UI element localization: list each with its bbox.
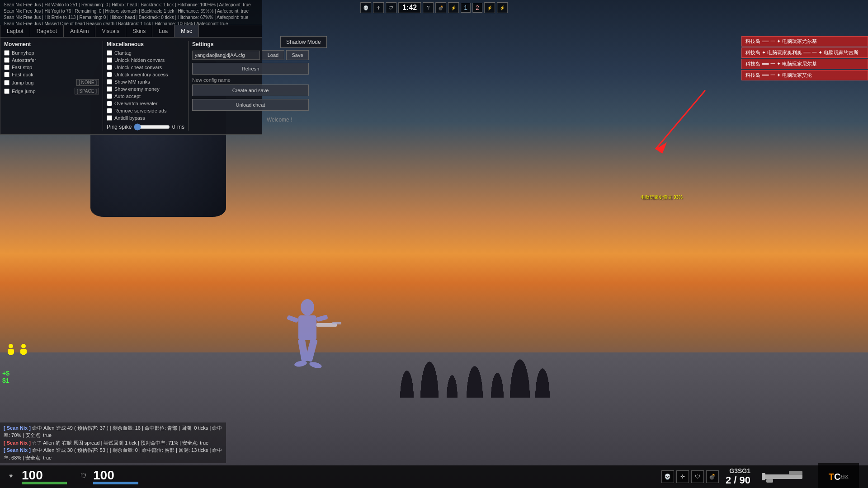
fast-stop-label: Fast stop [12,65,99,70]
health-display: 100 [22,469,67,484]
unlock-inventory-label: Unlock inventory access [114,72,184,77]
clantag-item: Clantag [107,50,184,56]
autostrafer-item: Autostrafer [4,57,99,63]
overwatch-label: Overwatch revealer [114,101,184,106]
show-enemy-money-item: Show enemy money [107,86,184,92]
refresh-button[interactable]: Refresh [192,63,309,75]
jump-bug-checkbox[interactable] [4,80,9,85]
unlock-hidden-checkbox[interactable] [107,57,112,63]
shadow-mode-button[interactable]: Shadow Mode [280,36,327,48]
enemy-esp-label: 电脑玩家史雷克 93% [641,194,683,201]
tc-brand-text: T [829,472,834,482]
armor-display: 100 [93,469,138,484]
show-mm-ranks-label: Show MM ranks [114,79,184,84]
antidll-checkbox[interactable] [107,115,112,121]
unlock-cheat-checkbox[interactable] [107,65,112,70]
armor-value: 100 [93,469,138,482]
create-save-button[interactable]: Create and save [192,84,309,96]
bunnyhop-label: Bunnyhop [12,50,99,56]
unlock-inventory-item: Unlock inventory access [107,72,184,77]
svg-rect-21 [789,471,802,475]
team-panel-3: 科技岛 ══ 一 ✦ 电脑玩家尼尔基 [741,59,868,69]
game-timer: 1:42 [398,2,421,13]
tab-lagbot[interactable]: Lagbot [0,25,30,37]
health-value: 100 [22,469,67,482]
chat-text-2: ☆了 Allen 的 右腿 原因 spread | 尝试回溯 1 tick | … [32,440,208,446]
unlock-hidden-label: Unlock hidden convars [114,57,184,63]
show-mm-ranks-item: Show MM ranks [107,79,184,84]
edge-jump-checkbox[interactable] [4,89,9,94]
auto-accept-checkbox[interactable] [107,94,112,99]
chat-line-2: [ Sean Nix ] ☆了 Allen 的 右腿 原因 spread | 尝… [4,439,222,447]
clantag-label: Clantag [114,50,184,56]
tab-antiaim[interactable]: AntiAim [64,25,95,37]
config-input[interactable] [192,51,260,60]
svg-rect-2 [287,315,299,323]
weapon-image [757,468,811,486]
new-config-label: New config name [192,77,309,83]
hud-question-icon: ? [423,2,434,13]
tab-skins[interactable]: Skins [126,25,152,37]
unlock-hidden-item: Unlock hidden convars [107,57,184,63]
chat-text-1: 命中 Allen 造成 49 ( 预估伤害: 37 ) | 剩余血量: 16 |… [4,425,222,438]
config-row: Load Save [192,50,309,60]
ping-spike-label: Ping spike [107,124,132,130]
hud-bomb-icon: 💣 [435,2,446,13]
autostrafer-label: Autostrafer [12,57,99,63]
antidll-label: Antidll bypass [114,115,184,121]
tab-ragebot[interactable]: Ragebot [30,25,64,37]
kill-feed-line-3: Sean Nix Free Jus | Hit Ernie to 113 | R… [4,14,259,21]
antidll-item: Antidll bypass [107,115,184,121]
unlock-inventory-checkbox[interactable] [107,72,112,77]
stats-bar: ♥ 100 🛡 100 💀 ✛ 🛡 💣 G3SG1 2 [0,465,868,488]
fast-stop-item: Fast stop [4,65,99,70]
save-button[interactable]: Save [286,50,309,60]
tab-lua[interactable]: Lua [152,25,175,37]
svg-point-0 [301,299,314,315]
tab-misc[interactable]: Misc [175,25,199,37]
player-indicators [7,343,28,357]
ping-spike-value: 0 [172,124,175,130]
svg-rect-20 [762,474,802,479]
right-team-panels: 科技岛 ══ 一 ✦ 电脑玩家尤尔基 科技岛 ✦ 电脑玩家奥利奥 ══ 一 ✦ … [741,36,868,80]
tab-visuals[interactable]: Visuals [95,25,126,37]
fast-duck-label: Fast duck [12,72,99,77]
ammo-total: 90 [740,474,750,486]
tab-bar: Lagbot Ragebot AntiAim Visuals Skins Lua… [0,25,262,38]
remove-ads-checkbox[interactable] [107,108,112,113]
fast-stop-checkbox[interactable] [4,65,9,70]
score-right: 2 [472,3,482,13]
show-mm-ranks-checkbox[interactable] [107,79,112,84]
unlock-cheat-label: Unlock cheat convars [114,65,184,70]
hud-skull-icon: 💀 [360,2,371,13]
svg-rect-19 [24,349,27,354]
team-panel-2: 科技岛 ✦ 电脑玩家奥利奥 ══ 一 ✦ 电脑玩家约古斯 [741,47,868,58]
clantag-checkbox[interactable] [107,50,112,56]
weapon-group: 💀 ✛ 🛡 💣 G3SG1 2 / 90 T C [661,463,859,488]
hud-ct-icon: ⚡ [497,2,508,13]
unload-cheat-button[interactable]: Unload cheat [192,99,309,111]
bunnyhop-checkbox[interactable] [4,50,9,56]
player-character [262,294,353,384]
kill-feed-line-1: Sean Nix Free Jus | Hit Waldo to 251 | R… [4,2,259,8]
show-enemy-money-checkbox[interactable] [107,86,112,92]
autostrafer-checkbox[interactable] [4,57,9,63]
cheat-menu-panel: Lagbot Ragebot AntiAim Visuals Skins Lua… [0,25,262,135]
fast-duck-checkbox[interactable] [4,72,9,77]
svg-rect-15 [12,349,14,354]
load-button[interactable]: Load [262,50,284,60]
overwatch-item: Overwatch revealer [107,101,184,106]
money-gained: +$ [2,370,9,377]
edge-jump-label: Edge jump [12,89,72,94]
bot-icon-1: 💀 [661,470,674,483]
overwatch-checkbox[interactable] [107,101,112,106]
bunnyhop-item: Bunnyhop [4,50,99,56]
ammo-separator: / [734,474,739,486]
ping-spike-slider[interactable] [134,123,170,131]
misc-column: Miscellaneous Clantag Unlock hidden conv… [103,41,189,131]
movement-column: Movement Bunnyhop Autostrafer Fast stop … [4,41,99,131]
bot-icon-4: 💣 [706,470,719,483]
auto-accept-label: Auto accept [114,94,184,99]
bottom-right-icons: 💀 ✛ 🛡 💣 [661,470,719,483]
svg-point-7 [309,361,322,370]
